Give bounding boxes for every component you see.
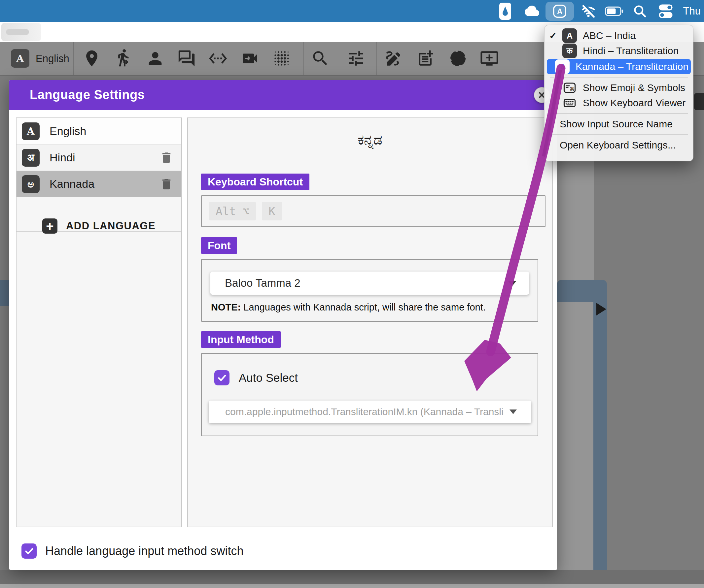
menu-separator (550, 113, 688, 114)
ink-app-icon[interactable] (492, 0, 518, 22)
wifi-off-icon[interactable] (576, 0, 601, 22)
font-section: Baloo Tamma 2 NOTE: Languages with Kanna… (201, 259, 538, 322)
font-select[interactable]: Baloo Tamma 2 (210, 272, 529, 295)
english-badge: A (22, 122, 40, 140)
language-heading: ಕನ್ನಡ (188, 132, 552, 148)
emoji-symbols-icon: ⌘ (562, 80, 577, 95)
font-label: Font (201, 237, 237, 254)
trash-icon (160, 177, 173, 191)
input-source-menu: ✓ A ABC – India क Hindi – Transliteratio… (544, 25, 693, 161)
browser-tab[interactable] (1, 23, 41, 41)
svg-text:A: A (557, 7, 562, 15)
partial-toolbar-icon (694, 93, 704, 110)
language-row-english[interactable]: A English (16, 118, 181, 144)
input-method-section: Auto Select com.apple.inputmethod.Transl… (201, 353, 538, 436)
toolbar-language-badge: A (11, 49, 30, 68)
delete-kannada-button[interactable] (160, 177, 173, 191)
filter-sliders-icon[interactable] (345, 48, 366, 69)
toolbar-separator (303, 42, 304, 75)
key-chip-k: K (262, 202, 282, 220)
dropdown-caret-icon (510, 409, 517, 414)
dialog-header: Language Settings (9, 80, 557, 110)
input-source-menubar-icon[interactable]: A (544, 0, 576, 22)
menu-item-show-input-source-name[interactable]: Show Input Source Name (544, 117, 693, 132)
auto-select-label: Auto Select (239, 371, 298, 384)
language-settings-dialog: Language Settings A English अ Hindi ಅ Ka… (9, 80, 557, 570)
hindi-badge: अ (22, 149, 40, 167)
person-icon[interactable] (144, 48, 166, 69)
menu-item-open-keyboard-settings[interactable]: Open Keyboard Settings... (544, 138, 693, 153)
keyboard-shortcut-field[interactable]: Alt ⌥ K (201, 195, 545, 227)
auto-select-checkbox[interactable] (214, 370, 230, 385)
menu-item-abc-india[interactable]: ✓ A ABC – India (544, 28, 693, 43)
handle-input-method-checkbox[interactable] (21, 543, 37, 559)
toolbar-language-label[interactable]: English (36, 42, 69, 75)
background-band-left (0, 280, 9, 306)
kannada-badge: ಅ (22, 175, 40, 193)
control-center-icon[interactable] (653, 0, 679, 22)
add-circle-dashed-icon[interactable] (448, 48, 469, 69)
font-note: NOTE: Languages with Kannada script, wil… (211, 302, 486, 313)
play-chevron-icon (596, 303, 606, 316)
note-add-icon[interactable] (415, 48, 436, 69)
dropdown-caret-icon (508, 281, 517, 286)
signature-pen-icon[interactable] (383, 48, 404, 69)
location-pin-icon[interactable] (81, 48, 102, 69)
keyboard-shortcut-label: Keyboard Shortcut (201, 174, 309, 190)
macos-menubar: A Thu (0, 0, 704, 22)
language-row-hindi[interactable]: अ Hindi (16, 144, 181, 171)
language-row-kannada[interactable]: ಅ Kannada (16, 171, 181, 197)
input-method-select[interactable]: com.apple.inputmethod.TransliterationIM.… (209, 401, 531, 423)
add-language-button[interactable]: + ADD LANGUAGE (16, 214, 181, 238)
plus-icon: + (42, 218, 57, 234)
handle-input-method-label: Handle language input method switch (45, 544, 243, 558)
menu-item-hindi-transliteration[interactable]: क Hindi – Transliteration (544, 43, 693, 58)
code-brackets-icon[interactable] (208, 48, 229, 69)
toolbar-separator (376, 42, 377, 75)
screen: A Thu A English (0, 0, 704, 588)
language-list: A English अ Hindi ಅ Kannada + ADD LAN (16, 118, 182, 527)
display-add-icon[interactable] (479, 48, 500, 69)
walking-person-icon[interactable] (113, 48, 134, 69)
dialog-title: Language Settings (30, 80, 144, 110)
svg-text:⌘: ⌘ (570, 86, 575, 92)
toolbar-separator (73, 42, 74, 75)
menu-item-show-keyboard-viewer[interactable]: Show Keyboard Viewer (544, 95, 693, 111)
video-camera-icon[interactable] (239, 48, 260, 69)
delete-hindi-button[interactable] (160, 151, 173, 165)
chat-bubbles-icon[interactable] (176, 48, 197, 69)
check-icon (24, 546, 34, 556)
dot-grid-icon[interactable] (271, 48, 292, 69)
check-icon (217, 373, 227, 383)
search-icon[interactable] (310, 48, 331, 69)
cloud-icon[interactable] (518, 0, 544, 22)
menu-separator (550, 134, 688, 135)
menubar-clock[interactable]: Thu (679, 5, 704, 17)
keyboard-icon (562, 96, 577, 110)
background-column (593, 297, 607, 588)
menu-item-show-emoji[interactable]: ⌘ Show Emoji & Symbols (544, 80, 693, 95)
spotlight-search-icon[interactable] (627, 0, 653, 22)
handle-input-method-row: Handle language input method switch (21, 543, 243, 559)
menu-item-kannada-transliteration[interactable]: ಕ Kannada – Transliteration (547, 59, 691, 74)
menu-separator (550, 77, 688, 77)
trash-icon (160, 151, 173, 165)
battery-icon[interactable] (601, 0, 627, 22)
input-method-label: Input Method (201, 331, 281, 348)
checkmark-icon: ✓ (549, 30, 562, 41)
language-detail-panel: ಕನ್ನಡ Keyboard Shortcut Alt ⌥ K Font Bal… (187, 118, 553, 527)
key-chip-alt: Alt ⌥ (209, 202, 256, 220)
background-bottom-edge (0, 584, 704, 588)
